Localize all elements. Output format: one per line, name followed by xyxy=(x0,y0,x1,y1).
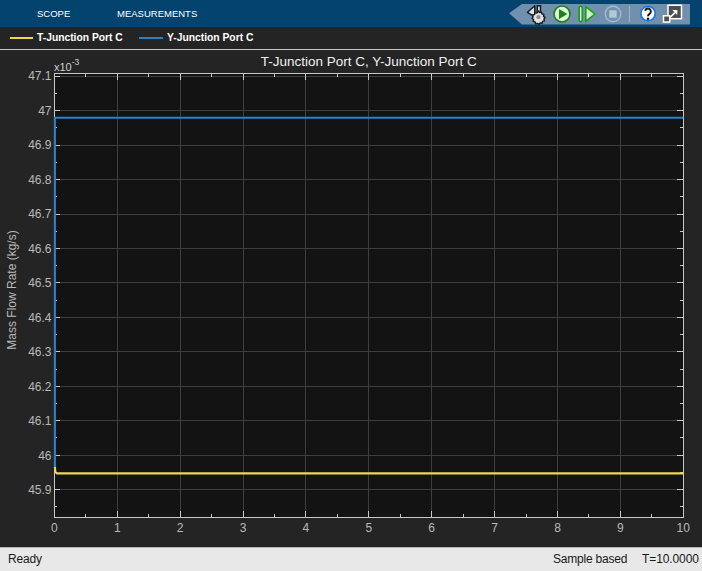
svg-text:46.1: 46.1 xyxy=(28,414,52,428)
svg-text:0: 0 xyxy=(51,521,58,535)
svg-text:46.3: 46.3 xyxy=(28,345,52,359)
svg-text:45.9: 45.9 xyxy=(28,483,52,497)
svg-text:T-Junction Port C, Y-Junction: T-Junction Port C, Y-Junction Port C xyxy=(261,54,477,69)
svg-text:47.1: 47.1 xyxy=(28,69,52,83)
svg-text:46.6: 46.6 xyxy=(28,242,52,256)
svg-text:10: 10 xyxy=(677,521,691,535)
svg-text:7: 7 xyxy=(491,521,498,535)
svg-text:1: 1 xyxy=(114,521,121,535)
svg-text:x10-3: x10-3 xyxy=(54,57,80,73)
svg-text:46.5: 46.5 xyxy=(28,276,52,290)
svg-text:8: 8 xyxy=(554,521,561,535)
svg-text:46.8: 46.8 xyxy=(28,173,52,187)
svg-text:5: 5 xyxy=(365,521,372,535)
svg-text:2: 2 xyxy=(177,521,184,535)
svg-text:6: 6 xyxy=(428,521,435,535)
svg-text:46.2: 46.2 xyxy=(28,380,52,394)
svg-text:46: 46 xyxy=(38,449,52,463)
svg-text:46.9: 46.9 xyxy=(28,138,52,152)
svg-text:47: 47 xyxy=(38,104,52,118)
svg-text:46.4: 46.4 xyxy=(28,311,52,325)
svg-text:4: 4 xyxy=(303,521,310,535)
svg-text:3: 3 xyxy=(240,521,247,535)
svg-text:9: 9 xyxy=(617,521,624,535)
svg-text:Mass Flow Rate (kg/s): Mass Flow Rate (kg/s) xyxy=(5,230,19,349)
svg-text:46.7: 46.7 xyxy=(28,207,52,221)
